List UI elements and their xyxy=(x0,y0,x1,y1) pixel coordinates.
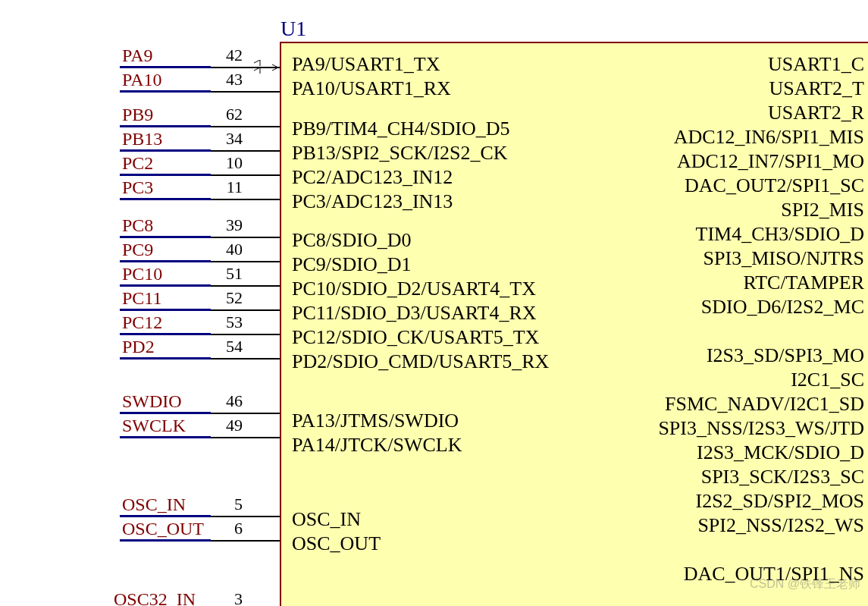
pin-number: 39 xyxy=(212,215,243,235)
net-wire xyxy=(120,149,211,152)
pin-wire xyxy=(211,437,280,438)
pin-number: 34 xyxy=(212,129,243,149)
netlabel: PC10 xyxy=(122,264,162,284)
pin-number: 51 xyxy=(212,264,243,284)
pin-func: USART1_C xyxy=(637,53,864,76)
pin-wire xyxy=(211,516,280,517)
pin-func: SPI3_NSS/I2S3_WS/JTD xyxy=(637,417,864,440)
pin-func: PC8/SDIO_D0 xyxy=(292,229,411,252)
pin-wire xyxy=(211,261,280,262)
pin-number: 49 xyxy=(212,416,243,435)
pin-number: 43 xyxy=(212,70,243,89)
bidir-arrow-icon xyxy=(254,60,278,74)
pin-number: 52 xyxy=(212,288,243,308)
pin-wire xyxy=(211,413,280,414)
pin-func: OSC_OUT xyxy=(292,532,381,555)
pin-func: I2C1_SC xyxy=(637,369,864,391)
designator: U1 xyxy=(280,17,306,41)
pin-number: 3 xyxy=(212,589,243,606)
pin-wire xyxy=(211,126,280,127)
net-wire xyxy=(120,412,211,414)
pin-wire xyxy=(211,358,280,360)
pin-func: USART2_R xyxy=(637,102,864,124)
netlabel: PC8 xyxy=(122,215,153,236)
pin-wire xyxy=(211,91,280,93)
pin-func: DAC_OUT2/SPI1_SC xyxy=(637,174,864,197)
pin-number: 11 xyxy=(212,177,243,197)
pin-func: PC9/SDIO_D1 xyxy=(292,253,411,276)
netlabel: OSC_IN xyxy=(122,495,186,515)
pin-func: USART2_T xyxy=(637,77,864,100)
net-wire xyxy=(120,357,211,360)
pin-func: RTC/TAMPER xyxy=(637,272,864,294)
net-wire xyxy=(120,260,211,262)
net-wire xyxy=(120,198,211,200)
pin-wire xyxy=(211,174,280,176)
pin-func: PA10/USART1_RX xyxy=(292,77,451,100)
net-wire xyxy=(120,284,211,287)
net-wire xyxy=(120,66,211,68)
pin-func: OSC_IN xyxy=(292,508,361,531)
net-wire xyxy=(120,309,211,311)
pin-func: ADC12_IN7/SPI1_MO xyxy=(637,150,864,173)
net-wire xyxy=(120,515,211,517)
pin-number: 46 xyxy=(212,391,243,411)
netlabel: PD2 xyxy=(122,337,155,357)
pin-func: I2S2_SD/SPI2_MOS xyxy=(637,490,864,513)
netlabel: SWCLK xyxy=(122,416,186,436)
pin-number: 6 xyxy=(212,519,243,538)
netlabel: PA10 xyxy=(122,70,161,90)
pin-func: PB13/SPI2_SCK/I2S2_CK xyxy=(292,142,508,165)
pin-wire xyxy=(211,334,280,335)
pin-func: FSMC_NADV/I2C1_SD xyxy=(637,393,864,416)
pin-wire xyxy=(211,285,280,287)
pin-func: SPI2_NSS/I2S2_WS xyxy=(637,514,864,537)
net-wire xyxy=(120,539,211,542)
pin-func: ADC12_IN6/SPI1_MIS xyxy=(637,126,864,149)
pin-func: I2S3_SD/SPI3_MO xyxy=(637,344,864,367)
pin-wire xyxy=(211,150,280,152)
net-wire xyxy=(120,333,211,335)
pin-func: PC10/SDIO_D2/USART4_TX xyxy=(292,278,536,300)
pin-number: 42 xyxy=(212,46,243,65)
netlabel: PC2 xyxy=(122,153,153,174)
pin-func: PD2/SDIO_CMD/USART5_RX xyxy=(292,350,549,373)
net-wire xyxy=(120,436,211,438)
pin-func: PA14/JTCK/SWCLK xyxy=(292,434,462,457)
netlabel: PB9 xyxy=(122,105,153,125)
pin-func: SPI2_MIS xyxy=(637,199,864,221)
pin-func: TIM4_CH3/SDIO_D xyxy=(637,223,864,246)
pin-func: PC12/SDIO_CK/USART5_TX xyxy=(292,326,539,349)
net-wire xyxy=(120,174,211,176)
pin-number: 40 xyxy=(212,240,243,259)
pin-number: 53 xyxy=(212,312,243,332)
watermark: CSDN @铁锋王老师 xyxy=(750,576,860,592)
pin-func: SPI3_MISO/NJTRS xyxy=(637,247,864,270)
pin-func: I2S3_MCK/SDIO_D xyxy=(637,441,864,464)
net-wire xyxy=(120,125,211,127)
pin-number: 5 xyxy=(212,495,243,514)
netlabel: OSC32_IN xyxy=(114,589,196,606)
pin-number: 62 xyxy=(212,105,243,124)
netlabel: OSC_OUT xyxy=(122,519,204,539)
pin-wire xyxy=(211,540,280,542)
netlabel: PA9 xyxy=(122,46,152,66)
pin-number: 10 xyxy=(212,153,243,173)
netlabel: PC11 xyxy=(122,288,161,309)
pin-func: PC2/ADC123_IN12 xyxy=(292,166,453,189)
netlabel: PC12 xyxy=(122,312,162,333)
pin-func: PC11/SDIO_D3/USART4_RX xyxy=(292,302,537,325)
pin-func: PA9/USART1_TX xyxy=(292,53,440,76)
pin-func: PB9/TIM4_CH4/SDIO_D5 xyxy=(292,118,509,140)
net-wire xyxy=(120,236,211,238)
net-wire xyxy=(120,90,211,93)
pin-wire xyxy=(211,237,280,238)
netlabel: SWDIO xyxy=(122,391,182,412)
pin-wire xyxy=(211,309,280,311)
pin-func: SPI3_SCK/I2S3_SC xyxy=(637,466,864,488)
netlabel: PB13 xyxy=(122,129,162,149)
pin-wire xyxy=(211,199,280,200)
pin-func: PC3/ADC123_IN13 xyxy=(292,190,453,213)
pin-func: SDIO_D6/I2S2_MC xyxy=(637,296,864,319)
netlabel: PC3 xyxy=(122,177,153,198)
